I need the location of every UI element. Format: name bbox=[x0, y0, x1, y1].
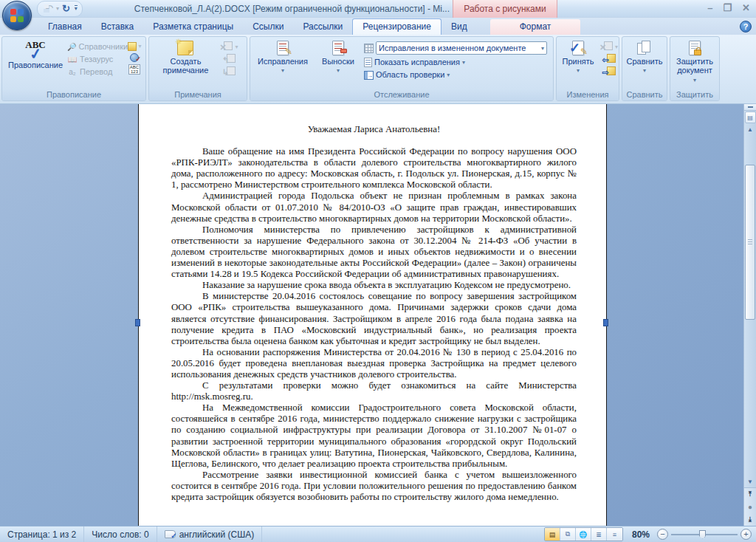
help-button[interactable]: ? bbox=[740, 21, 752, 32]
print-layout-view-button[interactable]: ▤ bbox=[545, 528, 560, 541]
research-button[interactable]: 🔎 Справочники bbox=[67, 41, 125, 52]
balloons-icon bbox=[332, 41, 344, 55]
language-indicator[interactable]: английский (США) bbox=[157, 526, 262, 542]
show-markup-button[interactable]: Показать исправления▾ bbox=[364, 58, 547, 67]
translation-screentip-icon bbox=[128, 42, 137, 51]
paragraph: Ваше обращение на имя Президента Российс… bbox=[171, 146, 577, 191]
previous-change-icon: ⇦ bbox=[602, 54, 616, 64]
delete-comment-button[interactable]: ✕▾ bbox=[219, 41, 238, 52]
paragraph: В министерстве 20.04.2016 состоялось сов… bbox=[171, 291, 577, 346]
group-label-tracking[interactable]: Отслеживание bbox=[250, 89, 553, 100]
next-page-button[interactable]: ⤓ bbox=[745, 513, 756, 526]
group-label-changes[interactable]: Изменения bbox=[557, 89, 619, 100]
group-label-proofing[interactable]: Правописание bbox=[2, 89, 145, 100]
page-indicator[interactable]: Страница: 1 из 2 bbox=[0, 526, 84, 542]
vertical-scrollbar: ▤ ▲ ▼ ⤒ ● ⤓ bbox=[743, 104, 756, 526]
reviewing-pane-button[interactable]: Область проверки▾ bbox=[364, 70, 547, 80]
restore-button[interactable]: ❐ bbox=[723, 3, 732, 13]
contextual-tab-group-header[interactable]: Работа с рисунками bbox=[453, 0, 557, 18]
track-changes-button[interactable]: ✎ Исправления ▾ bbox=[253, 38, 312, 89]
group-tracking: ✎ Исправления ▾ Выноски ▾ Исправления в … bbox=[250, 36, 554, 101]
balloons-button[interactable]: Выноски ▾ bbox=[317, 38, 360, 89]
document-page[interactable]: Уважаемая Лариса Анатольевна! Ваше обращ… bbox=[138, 104, 607, 526]
paragraph: На Межведомственной комиссии Градостроит… bbox=[171, 402, 577, 470]
previous-page-button[interactable]: ⤒ bbox=[745, 488, 756, 501]
previous-comment-icon: ↰ bbox=[222, 54, 236, 64]
accept-button[interactable]: ✓✎ Принять ▾ bbox=[560, 38, 597, 89]
tab-home[interactable]: Главная bbox=[38, 19, 92, 35]
tab-view[interactable]: Вид bbox=[441, 19, 477, 35]
display-for-review-icon bbox=[364, 44, 374, 53]
document-text: Уважаемая Лариса Анатольевна! Ваше обращ… bbox=[171, 124, 577, 503]
set-language-icon bbox=[130, 53, 139, 62]
paragraph: Наказание за нарушение срока ввода объек… bbox=[171, 280, 577, 291]
paragraph: С результатами проверки можно будет озна… bbox=[171, 380, 577, 402]
tab-references[interactable]: Ссылки bbox=[243, 19, 293, 35]
close-button[interactable]: ✕ bbox=[742, 3, 750, 13]
previous-change-button[interactable]: ⇦ bbox=[602, 54, 616, 64]
view-shortcuts: ▤ ⧉ 🌐 ≣ ≡ bbox=[544, 527, 623, 541]
spellcheck-status-icon bbox=[165, 530, 176, 538]
ruler-toggle-button[interactable]: ▤ bbox=[745, 112, 756, 123]
spelling-grammar-button[interactable]: ABC ✓ Правописание bbox=[5, 38, 66, 89]
word-count-button[interactable]: ABC123 bbox=[128, 64, 140, 75]
outline-view-button[interactable]: ≣ bbox=[591, 528, 607, 541]
picture-selection-handle-right[interactable] bbox=[603, 319, 608, 326]
reject-change-button[interactable]: ✕▾ bbox=[599, 41, 618, 52]
tab-insert[interactable]: Вставка bbox=[92, 19, 144, 35]
set-language-button[interactable] bbox=[130, 53, 139, 62]
customize-qat-button[interactable]: ▾ bbox=[75, 5, 78, 12]
display-for-review-combobox[interactable]: Исправления в измененном документе▾ bbox=[376, 41, 547, 55]
compare-button[interactable]: Сравнить ▾ bbox=[624, 38, 666, 89]
translate-icon: a₂ bbox=[67, 66, 78, 77]
redo-button[interactable]: ↻ bbox=[62, 4, 70, 13]
thesaurus-icon: 📖 bbox=[67, 54, 78, 64]
minimize-button[interactable]: – bbox=[707, 3, 712, 13]
paragraph: Администрацией города Подольска объект н… bbox=[171, 191, 577, 224]
tab-page-layout[interactable]: Разметка страницы bbox=[143, 19, 243, 35]
previous-comment-button[interactable]: ↰ bbox=[222, 54, 236, 64]
status-bar-right: ▤ ⧉ 🌐 ≣ ≡ 80% − + bbox=[544, 527, 756, 541]
spelling-check-icon: ✓ bbox=[29, 48, 43, 60]
thesaurus-button[interactable]: 📖 Тезаурус bbox=[67, 54, 125, 64]
select-browse-object-button[interactable]: ● bbox=[745, 501, 756, 513]
zoom-out-button[interactable]: − bbox=[657, 529, 668, 540]
group-label-protect[interactable]: Защитить bbox=[670, 89, 719, 100]
translation-screentip-button[interactable]: ▾ bbox=[128, 41, 142, 51]
scroll-down-arrow[interactable]: ▼ bbox=[745, 476, 756, 487]
zoom-level-label[interactable]: 80% bbox=[632, 529, 650, 540]
next-change-button[interactable]: ⇨ bbox=[602, 66, 616, 77]
group-label-compare[interactable]: Сравнить bbox=[622, 89, 667, 100]
scroll-up-arrow[interactable]: ▲ bbox=[745, 124, 756, 135]
tab-mailings[interactable]: Рассылки bbox=[293, 19, 352, 35]
paragraph: Полномочия министерства по привлечению з… bbox=[171, 224, 577, 280]
next-comment-icon: ↳ bbox=[222, 66, 236, 77]
tab-format[interactable]: Формат bbox=[490, 19, 581, 35]
delete-comment-icon: ✕ bbox=[219, 41, 233, 52]
translate-button[interactable]: a₂ Перевод bbox=[67, 66, 125, 77]
reject-change-icon: ✕ bbox=[599, 41, 613, 52]
new-comment-button[interactable]: ✳ Создать примечание bbox=[157, 38, 213, 89]
undo-dropdown-icon[interactable]: ▾ bbox=[56, 5, 59, 12]
word-count-indicator[interactable]: Число слов: 0 bbox=[84, 526, 157, 542]
full-screen-reading-view-button[interactable]: ⧉ bbox=[560, 528, 576, 541]
picture-selection-handle-left[interactable] bbox=[135, 319, 140, 326]
letter-salutation: Уважаемая Лариса Анатольевна! bbox=[171, 124, 577, 135]
web-layout-view-button[interactable]: 🌐 bbox=[576, 528, 591, 541]
tab-review[interactable]: Рецензирование bbox=[352, 18, 441, 35]
scrollbar-track[interactable] bbox=[744, 135, 756, 476]
next-comment-button[interactable]: ↳ bbox=[222, 66, 236, 77]
group-label-comments[interactable]: Примечания bbox=[149, 89, 247, 100]
zoom-slider-thumb[interactable] bbox=[699, 530, 706, 539]
protect-document-button[interactable]: Защитить документ ▾ bbox=[673, 38, 716, 89]
paragraph: На основании распоряжения Министерства о… bbox=[171, 347, 577, 380]
office-button[interactable] bbox=[2, 1, 32, 30]
group-protect: Защитить документ ▾ Защитить bbox=[670, 36, 720, 101]
draft-view-button[interactable]: ≡ bbox=[607, 528, 622, 541]
split-window-handle[interactable] bbox=[744, 104, 756, 111]
zoom-in-button[interactable]: + bbox=[740, 529, 752, 540]
zoom-slider-track[interactable] bbox=[671, 534, 738, 535]
scrollbar-thumb[interactable] bbox=[745, 165, 755, 320]
track-changes-icon: ✎ bbox=[277, 41, 289, 55]
show-markup-icon bbox=[364, 58, 372, 67]
